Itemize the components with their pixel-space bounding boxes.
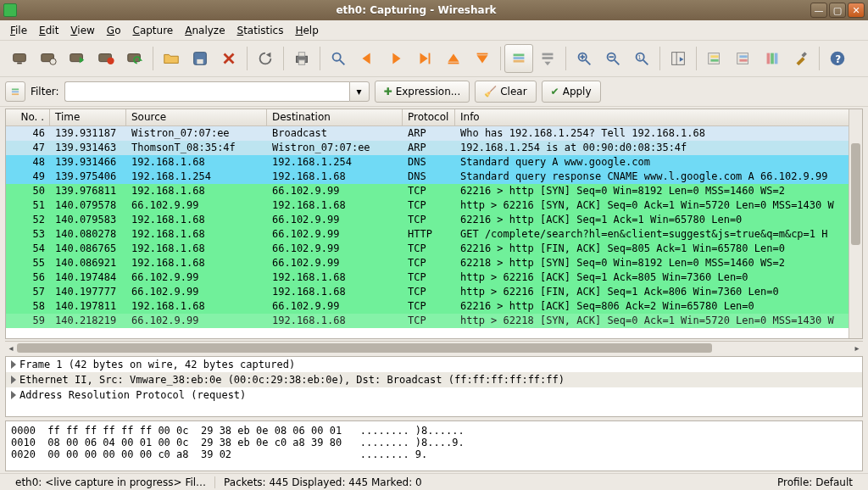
packet-list-hscrollbar[interactable]: ◂ ▸ <box>5 341 863 354</box>
zoom-in-button[interactable] <box>570 44 598 73</box>
filter-input[interactable] <box>64 81 349 102</box>
expand-icon[interactable] <box>11 376 16 384</box>
packet-list-header[interactable]: No. . Time Source Destination Protocol I… <box>6 109 862 126</box>
auto-scroll-button[interactable] <box>533 44 562 73</box>
svg-rect-60 <box>12 91 19 92</box>
svg-rect-25 <box>448 63 459 64</box>
menu-view[interactable]: View <box>65 23 99 38</box>
svg-rect-11 <box>197 59 203 64</box>
filter-bookmark-button[interactable] <box>5 81 25 102</box>
packet-row[interactable]: 47139.931463ThomsonT_08:35:4fWistron_07:… <box>6 141 862 155</box>
svg-rect-28 <box>514 54 525 57</box>
restart-capture-button[interactable] <box>120 44 149 73</box>
menu-statistics[interactable]: Statistics <box>232 23 289 38</box>
packet-list-body[interactable]: 46139.931187Wistron_07:07:eeBroadcastARP… <box>6 126 862 338</box>
col-header-protocol[interactable]: Protocol <box>403 109 455 125</box>
menu-capture[interactable]: Capture <box>127 23 178 38</box>
display-filters-button[interactable] <box>729 44 758 73</box>
packet-row[interactable]: 48139.931466192.168.1.68192.168.1.254DNS… <box>6 155 862 170</box>
go-forward-button[interactable] <box>381 44 410 73</box>
packet-row[interactable]: 51140.07957866.102.9.99192.168.1.68TCPht… <box>6 198 862 213</box>
menu-file[interactable]: File <box>5 23 32 38</box>
svg-rect-48 <box>710 55 718 58</box>
packet-row[interactable]: 57140.19777766.102.9.99192.168.1.68TCPht… <box>6 285 862 299</box>
expand-icon[interactable] <box>11 391 16 399</box>
go-last-button[interactable] <box>468 44 497 73</box>
svg-point-3 <box>50 58 56 64</box>
go-back-button[interactable] <box>353 44 381 73</box>
zoom-reset-button[interactable]: 1 <box>627 44 656 73</box>
packet-row[interactable]: 58140.197811192.168.1.6866.102.9.99TCP62… <box>6 299 862 314</box>
svg-rect-51 <box>739 55 747 58</box>
col-header-info[interactable]: Info <box>455 109 862 125</box>
col-header-time[interactable]: Time <box>50 109 126 125</box>
close-file-button[interactable] <box>214 44 243 73</box>
expression-button[interactable]: ✚Expression... <box>375 81 470 103</box>
zoom-out-button[interactable] <box>598 44 627 73</box>
svg-rect-23 <box>429 53 431 64</box>
start-capture-button[interactable] <box>63 44 92 73</box>
status-profile[interactable]: Profile: Default <box>769 476 861 488</box>
open-file-button[interactable] <box>157 44 186 73</box>
window-minimize-button[interactable]: — <box>810 3 827 18</box>
colorize-button[interactable] <box>504 44 533 73</box>
menu-go[interactable]: Go <box>102 23 126 38</box>
packet-row[interactable]: 56140.19748466.102.9.99192.168.1.68TCPht… <box>6 270 862 285</box>
menu-help[interactable]: Help <box>290 23 323 38</box>
svg-rect-61 <box>12 93 19 95</box>
packet-details-pane[interactable]: Frame 1 (42 bytes on wire, 42 bytes capt… <box>5 356 863 417</box>
details-frame-row[interactable]: Frame 1 (42 bytes on wire, 42 bytes capt… <box>6 357 862 372</box>
go-to-packet-button[interactable] <box>410 44 439 73</box>
interfaces-button[interactable] <box>5 44 34 73</box>
svg-point-18 <box>333 53 341 61</box>
window-maximize-button[interactable]: ▢ <box>829 3 846 18</box>
packet-row[interactable]: 50139.976811192.168.1.6866.102.9.99TCP62… <box>6 184 862 198</box>
svg-rect-31 <box>542 53 554 56</box>
packet-row[interactable]: 55140.086921192.168.1.6866.102.9.99TCP62… <box>6 256 862 270</box>
help-button[interactable]: ? <box>823 44 852 73</box>
packet-row[interactable]: 46139.931187Wistron_07:07:eeBroadcastARP… <box>6 126 862 141</box>
clear-filter-button[interactable]: 🧹Clear <box>475 81 536 103</box>
capture-filters-button[interactable] <box>700 44 729 73</box>
packet-row[interactable]: 49139.975406192.168.1.254192.168.1.68DNS… <box>6 170 862 184</box>
col-header-no[interactable]: No. . <box>6 109 50 125</box>
find-packet-button[interactable] <box>324 44 353 73</box>
window-titlebar: eth0: Capturing - Wireshark — ▢ ✕ <box>0 0 868 20</box>
go-first-button[interactable] <box>439 44 468 73</box>
packet-row[interactable]: 52140.079583192.168.1.6866.102.9.99TCP62… <box>6 213 862 227</box>
window-close-button[interactable]: ✕ <box>848 3 865 18</box>
packet-list-vscrollbar[interactable] <box>849 109 862 338</box>
svg-rect-29 <box>514 57 525 59</box>
svg-point-7 <box>107 58 114 64</box>
save-file-button[interactable] <box>186 44 214 73</box>
col-header-destination[interactable]: Destination <box>267 109 403 125</box>
window-title: eth0: Capturing - Wireshark <box>22 4 810 16</box>
coloring-rules-button[interactable] <box>758 44 787 73</box>
svg-rect-16 <box>298 53 304 57</box>
svg-rect-52 <box>739 59 747 62</box>
menu-edit[interactable]: Edit <box>34 23 64 38</box>
menu-analyze[interactable]: Analyze <box>180 23 230 38</box>
apply-filter-button[interactable]: ✔Apply <box>542 81 601 103</box>
svg-marker-46 <box>680 57 684 62</box>
filter-dropdown-button[interactable]: ▾ <box>349 81 370 102</box>
details-ethernet-row[interactable]: Ethernet II, Src: Vmware_38:eb:0e (00:0c… <box>6 372 862 387</box>
statusbar: eth0: <live capture in progress> Fil… Pa… <box>0 473 868 490</box>
svg-rect-30 <box>514 60 525 63</box>
expand-icon[interactable] <box>11 360 16 369</box>
packet-row[interactable]: 53140.080278192.168.1.6866.102.9.99HTTPG… <box>6 227 862 242</box>
packet-row[interactable]: 59140.21821966.102.9.99192.168.1.68TCPht… <box>6 314 862 328</box>
stop-capture-button[interactable] <box>92 44 120 73</box>
col-header-source[interactable]: Source <box>126 109 267 125</box>
capture-options-button[interactable] <box>34 44 63 73</box>
print-button[interactable] <box>287 44 316 73</box>
details-arp-row[interactable]: Address Resolution Protocol (request) <box>6 387 862 403</box>
resize-columns-button[interactable] <box>664 44 693 73</box>
svg-marker-21 <box>392 53 400 64</box>
preferences-button[interactable] <box>787 44 815 73</box>
packet-bytes-pane[interactable]: 0000 ff ff ff ff ff ff 00 0c 29 38 eb 0e… <box>5 420 863 471</box>
packet-row[interactable]: 54140.086765192.168.1.6866.102.9.99TCP62… <box>6 242 862 256</box>
reload-button[interactable] <box>251 44 280 73</box>
svg-rect-0 <box>14 54 26 62</box>
svg-rect-44 <box>672 53 685 65</box>
